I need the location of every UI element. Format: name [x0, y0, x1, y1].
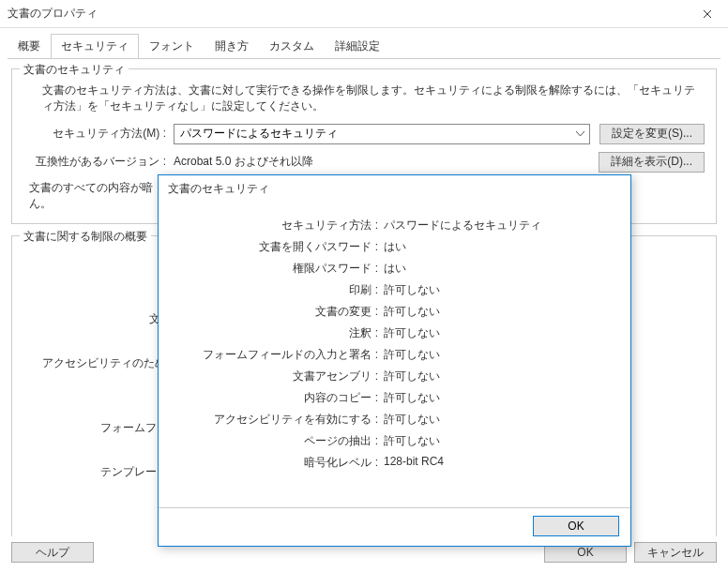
close-button[interactable]: [686, 0, 728, 28]
titlebar: 文書のプロパティ: [0, 0, 728, 28]
detail-label: アクセシビリティを有効にする :: [177, 412, 384, 428]
detail-value: 許可しない: [384, 282, 440, 298]
detail-value: はい: [384, 261, 406, 277]
detail-row: 文書の変更 :許可しない: [177, 304, 612, 320]
detail-label: フォームフィールドの入力と署名 :: [177, 347, 384, 363]
tab-label: セキュリティ: [61, 39, 129, 53]
detail-row: 文書を開くパスワード :はい: [177, 239, 612, 255]
detail-row: 暗号化レベル :128-bit RC4: [177, 455, 612, 471]
security-method-row: セキュリティ方法(M) : パスワードによるセキュリティ 設定を変更(S)...: [23, 124, 705, 144]
button-label: 詳細を表示(D)...: [611, 154, 692, 170]
close-icon: [703, 9, 712, 19]
detail-row: セキュリティ方法 :パスワードによるセキュリティ: [177, 218, 612, 233]
tab-label: フォント: [149, 39, 194, 53]
detail-row: 注釈 :許可しない: [177, 325, 612, 341]
detail-row: 印刷 :許可しない: [177, 282, 612, 298]
dropdown-value: パスワードによるセキュリティ: [180, 126, 572, 142]
detail-label: 文書を開くパスワード :: [177, 239, 384, 255]
detail-value: 許可しない: [384, 433, 440, 449]
button-label: 設定を変更(S)...: [612, 126, 692, 142]
modal-body: セキュリティ方法 :パスワードによるセキュリティ 文書を開くパスワード :はい …: [159, 203, 630, 507]
detail-value: 128-bit RC4: [384, 455, 444, 471]
window-title: 文書のプロパティ: [8, 6, 686, 22]
detail-label: セキュリティ方法 :: [177, 218, 384, 233]
modal-title: 文書のセキュリティ: [159, 175, 630, 203]
chevron-down-icon: [572, 131, 587, 137]
button-label: ヘルプ: [36, 545, 69, 561]
button-label: OK: [568, 519, 584, 533]
detail-value: パスワードによるセキュリティ: [384, 218, 541, 233]
compat-label: 互換性があるバージョン :: [23, 154, 174, 170]
detail-row: 権限パスワード :はい: [177, 261, 612, 277]
detail-value: 許可しない: [384, 412, 440, 428]
compat-row: 互換性があるバージョン : Acrobat 5.0 およびそれ以降 詳細を表示(…: [23, 152, 705, 173]
security-method-label: セキュリティ方法(M) :: [23, 126, 174, 142]
detail-label: ページの抽出 :: [177, 433, 384, 449]
modal-footer: OK: [159, 507, 630, 546]
tab-label: 概要: [18, 39, 40, 53]
security-description: 文書のセキュリティ方法は、文書に対して実行できる操作を制限します。セキュリティに…: [42, 83, 705, 114]
tab-label: 詳細設定: [335, 39, 380, 53]
detail-label: 内容のコピー :: [177, 390, 384, 406]
tab-fonts[interactable]: フォント: [139, 34, 205, 59]
detail-row: 文書アセンブリ :許可しない: [177, 369, 612, 384]
detail-label: 暗号化レベル :: [177, 455, 384, 471]
tab-custom[interactable]: カスタム: [259, 34, 325, 59]
tab-label: カスタム: [269, 39, 314, 53]
detail-label: 権限パスワード :: [177, 261, 384, 277]
detail-label: 文書の変更 :: [177, 304, 384, 320]
tab-security[interactable]: セキュリティ: [51, 34, 139, 59]
detail-label: 印刷 :: [177, 282, 384, 298]
detail-value: 許可しない: [384, 347, 440, 363]
group-legend: 文書のセキュリティ: [20, 62, 129, 78]
tab-advanced[interactable]: 詳細設定: [325, 34, 390, 59]
tab-summary[interactable]: 概要: [8, 34, 51, 59]
help-button[interactable]: ヘルプ: [11, 542, 94, 563]
detail-label: 文書アセンブリ :: [177, 369, 384, 384]
detail-value: はい: [384, 239, 406, 255]
compat-value: Acrobat 5.0 およびそれ以降: [174, 154, 589, 170]
detail-row: 内容のコピー :許可しない: [177, 390, 612, 406]
detail-label: 注釈 :: [177, 325, 384, 341]
detail-row: フォームフィールドの入力と署名 :許可しない: [177, 347, 612, 363]
tab-strip: 概要 セキュリティ フォント 開き方 カスタム 詳細設定: [0, 28, 728, 58]
detail-value: 許可しない: [384, 304, 440, 320]
change-settings-button[interactable]: 設定を変更(S)...: [599, 124, 705, 144]
cancel-button[interactable]: キャンセル: [634, 542, 717, 563]
button-label: キャンセル: [647, 545, 704, 561]
detail-row: アクセシビリティを有効にする :許可しない: [177, 412, 612, 428]
button-label: OK: [577, 546, 593, 559]
detail-row: ページの抽出 :許可しない: [177, 433, 612, 449]
show-details-button[interactable]: 詳細を表示(D)...: [599, 152, 705, 173]
security-details-modal: 文書のセキュリティ セキュリティ方法 :パスワードによるセキュリティ 文書を開く…: [158, 174, 631, 547]
group-legend: 文書に関する制限の概要: [20, 229, 151, 245]
tab-label: 開き方: [215, 39, 249, 53]
detail-value: 許可しない: [384, 390, 440, 406]
detail-value: 許可しない: [384, 325, 440, 341]
tab-initial-view[interactable]: 開き方: [205, 34, 259, 59]
security-method-dropdown[interactable]: パスワードによるセキュリティ: [174, 124, 590, 144]
detail-value: 許可しない: [384, 369, 440, 384]
modal-ok-button[interactable]: OK: [533, 516, 619, 536]
